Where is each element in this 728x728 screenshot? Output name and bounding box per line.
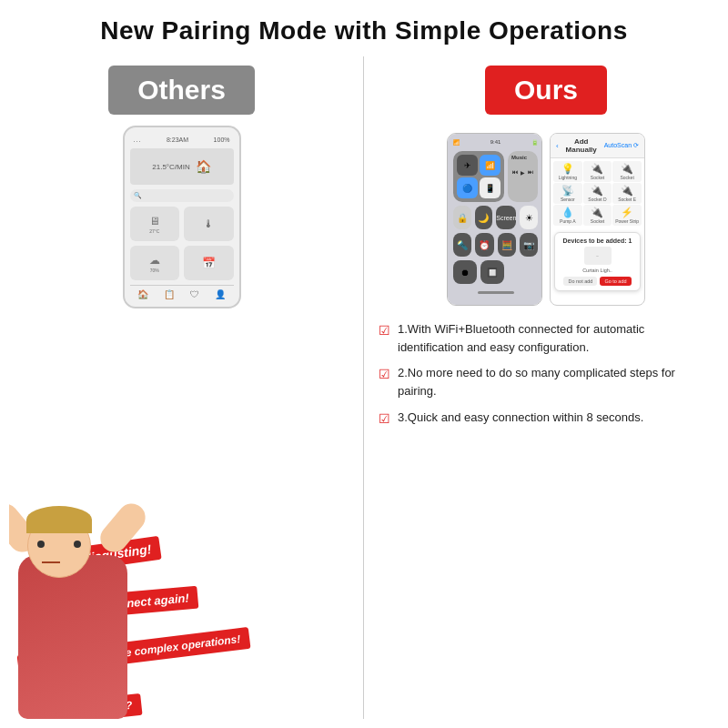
feature-item-1: ☑ 1.With WiFi+Bluetooth connected for au… — [379, 320, 713, 357]
nav-user: 👤 — [215, 289, 226, 299]
phone-grid: 🖥 27°C 🌡 ☁ 70% 📅 — [130, 207, 234, 280]
frustration-area: So disgusting! Why fails to connect agai… — [0, 410, 363, 719]
screenshots-area: 📶9:41🔋 ✈ 📶 🔵 📱 Music ⏮ — [447, 133, 645, 306]
feature-text-3: 3.Quick and easy connection within 8 sec… — [398, 409, 713, 427]
others-label: Others — [108, 66, 255, 115]
phone-dots: ... — [134, 136, 142, 143]
feature-item-3: ☑ 3.Quick and easy connection within 8 s… — [379, 409, 713, 430]
check-icon-1: ☑ — [379, 321, 390, 341]
nav-shield: 🛡 — [190, 289, 199, 299]
go-to-add-button[interactable]: Go to add — [600, 277, 631, 286]
dialog-buttons: Do not add Go to add — [560, 277, 635, 286]
auto-scan: AutoScan ⟳ — [604, 142, 639, 149]
ours-label: Ours — [485, 66, 607, 115]
main-title: New Pairing Mode with Simple Operations — [0, 0, 728, 56]
dialog-device-icon: ~ — [584, 247, 612, 265]
left-panel: Others ... 8:23AM 100% 21.5°C/MIN 🏠 🔍 🖥 … — [0, 56, 364, 719]
do-not-add-button[interactable]: Do not add — [563, 277, 597, 286]
check-icon-3: ☑ — [379, 410, 390, 430]
right-panel: Ours 📶9:41🔋 ✈ 📶 🔵 📱 — [364, 56, 728, 719]
phone-battery: 100% — [214, 136, 230, 143]
ios-screenshot: 📶9:41🔋 ✈ 📶 🔵 📱 Music ⏮ — [447, 133, 542, 306]
others-phone-mockup: ... 8:23AM 100% 21.5°C/MIN 🏠 🔍 🖥 27°C 🌡 — [123, 126, 241, 308]
banner-temp: 21.5°C/MIN — [152, 163, 189, 171]
check-icon-2: ☑ — [379, 365, 390, 385]
phone-time: 8:23AM — [167, 136, 188, 143]
add-dialog: Devices to be added: 1 ~ Curtain Ligh.. … — [554, 232, 641, 291]
phone-banner: 21.5°C/MIN 🏠 — [130, 148, 234, 185]
grid-tile-2: 🌡 — [184, 207, 234, 241]
feature-item-2: ☑ 2.No more need to do so many complicat… — [379, 364, 713, 400]
nav-list: 📋 — [164, 289, 175, 299]
add-manually-title: Add Manually — [562, 137, 601, 154]
add-manually-screenshot: ‹ Add Manually AutoScan ⟳ 💡Lightning 🔌So… — [550, 133, 645, 306]
back-button: ‹ — [556, 142, 559, 150]
dialog-title: Devices to be added: 1 — [560, 238, 635, 244]
feature-list: ☑ 1.With WiFi+Bluetooth connected for au… — [364, 317, 728, 440]
grid-tile-4: 📅 — [184, 246, 234, 280]
feature-text-1: 1.With WiFi+Bluetooth connected for auto… — [398, 320, 713, 357]
search-placeholder: 🔍 — [134, 192, 142, 199]
dialog-device-name: Curtain Ligh.. — [560, 268, 635, 273]
feature-text-2: 2.No more need to do so many complicated… — [398, 364, 713, 400]
grid-tile-3: ☁ 70% — [130, 246, 180, 280]
nav-home: 🏠 — [137, 289, 148, 299]
grid-tile-1: 🖥 27°C — [130, 207, 180, 241]
music-label: Music — [511, 155, 534, 160]
phone-search: 🔍 — [130, 189, 234, 202]
phone-nav: 🏠 📋 🛡 👤 — [130, 285, 234, 299]
